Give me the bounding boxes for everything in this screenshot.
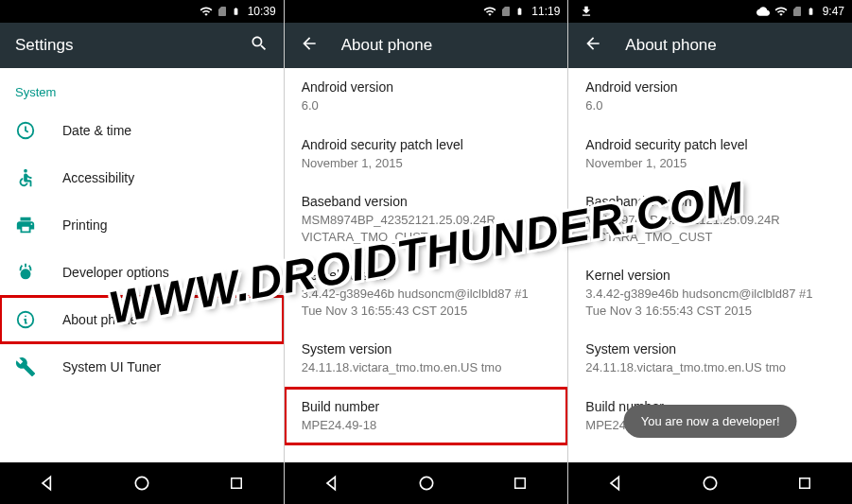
developer-icon bbox=[15, 262, 36, 283]
menuitem-printing[interactable]: Printing bbox=[0, 201, 284, 249]
info-system-version[interactable]: System version 24.11.18.victara_tmo.tmo.… bbox=[285, 330, 568, 388]
about-list[interactable]: Android version 6.0 Android security pat… bbox=[568, 68, 852, 462]
info-label: Android version bbox=[302, 79, 551, 95]
info-value: November 1, 2015 bbox=[585, 155, 835, 172]
info-label: Android version bbox=[585, 79, 835, 95]
appbar: Settings bbox=[0, 23, 284, 68]
clock-icon bbox=[15, 120, 36, 141]
wifi-icon bbox=[200, 5, 213, 18]
menuitem-accessibility[interactable]: Accessibility bbox=[0, 154, 284, 201]
svg-point-2 bbox=[21, 269, 31, 279]
about-list[interactable]: Android version 6.0 Android security pat… bbox=[285, 68, 568, 462]
back-arrow-icon[interactable] bbox=[583, 34, 602, 58]
nav-recent-button[interactable] bbox=[510, 473, 530, 494]
info-label: Android security patch level bbox=[585, 137, 835, 152]
panel-settings: 10:39 Settings System Date & time Access… bbox=[0, 0, 285, 504]
settings-list[interactable]: System Date & time Accessibility Printin… bbox=[0, 68, 284, 462]
info-icon bbox=[15, 309, 36, 330]
nav-home-button[interactable] bbox=[416, 473, 437, 494]
search-icon[interactable] bbox=[250, 34, 269, 57]
battery-icon bbox=[515, 5, 524, 18]
menuitem-label: Developer options bbox=[62, 265, 169, 280]
sim-icon bbox=[217, 5, 228, 18]
info-android-version[interactable]: Android version 6.0 bbox=[568, 68, 852, 126]
wifi-icon bbox=[483, 5, 496, 18]
statusbar: 10:39 bbox=[0, 0, 284, 23]
back-arrow-icon[interactable] bbox=[300, 34, 319, 58]
nav-back-button[interactable] bbox=[37, 473, 58, 494]
wrench-icon bbox=[15, 356, 36, 377]
navbar bbox=[568, 462, 852, 504]
info-value: 24.11.18.victara_tmo.tmo.en.US tmo bbox=[585, 359, 835, 376]
navbar bbox=[0, 462, 284, 504]
info-system-version[interactable]: System version 24.11.18.victara_tmo.tmo.… bbox=[568, 330, 852, 388]
sim-icon bbox=[791, 5, 803, 18]
svg-point-4 bbox=[135, 477, 148, 489]
menuitem-about-phone[interactable]: About phone bbox=[0, 296, 284, 343]
battery-icon bbox=[232, 5, 240, 18]
info-label: Android security patch level bbox=[302, 137, 551, 152]
panel-about-1: 11:19 About phone Android version 6.0 An… bbox=[285, 0, 569, 504]
menuitem-date-time[interactable]: Date & time bbox=[0, 107, 284, 154]
battery-icon bbox=[807, 5, 815, 18]
info-value: 6.0 bbox=[585, 97, 835, 114]
info-label: Baseband version bbox=[302, 194, 551, 209]
toast-developer: You are now a developer! bbox=[624, 405, 797, 438]
info-value: 6.0 bbox=[302, 97, 551, 114]
appbar: About phone bbox=[568, 23, 852, 68]
navbar bbox=[285, 462, 568, 504]
nav-home-button[interactable] bbox=[131, 473, 152, 494]
sim-icon bbox=[500, 5, 512, 18]
menuitem-label: Printing bbox=[62, 217, 107, 233]
info-value: MSM8974BP_42352121.25.09.24R VICTARA_TMO… bbox=[585, 212, 835, 245]
info-baseband[interactable]: Baseband version MSM8974BP_42352121.25.0… bbox=[285, 182, 568, 256]
wifi-icon bbox=[774, 5, 788, 18]
nav-back-button[interactable] bbox=[605, 473, 626, 494]
info-label: Kernel version bbox=[585, 268, 835, 283]
info-value: MPE24.49-18 bbox=[302, 417, 551, 434]
info-label: Baseband version bbox=[585, 194, 835, 209]
info-security-patch[interactable]: Android security patch level November 1,… bbox=[285, 126, 568, 183]
info-label: System version bbox=[302, 341, 551, 356]
info-label: Kernel version bbox=[302, 268, 551, 283]
info-build-number[interactable]: Build number MPE24.49-18 bbox=[285, 388, 568, 445]
printer-icon bbox=[15, 215, 36, 235]
info-value: 24.11.18.victara_tmo.tmo.en.US tmo bbox=[302, 359, 551, 376]
page-title: Settings bbox=[15, 36, 227, 55]
panel-about-2: 9:47 About phone Android version 6.0 And… bbox=[568, 0, 852, 504]
nav-recent-button[interactable] bbox=[794, 473, 815, 494]
info-baseband[interactable]: Baseband version MSM8974BP_42352121.25.0… bbox=[568, 182, 852, 256]
info-kernel[interactable]: Kernel version 3.4.42-g389e46b hudsoncm@… bbox=[285, 256, 568, 330]
nav-recent-button[interactable] bbox=[226, 473, 247, 494]
menuitem-developer-options[interactable]: Developer options bbox=[0, 249, 284, 296]
page-title: About phone bbox=[625, 36, 837, 55]
info-security-patch[interactable]: Android security patch level November 1,… bbox=[568, 126, 852, 183]
info-android-version[interactable]: Android version 6.0 bbox=[285, 68, 568, 126]
menuitem-label: Accessibility bbox=[62, 170, 134, 185]
info-kernel[interactable]: Kernel version 3.4.42-g389e46b hudsoncm@… bbox=[568, 256, 852, 330]
statusbar-time: 9:47 bbox=[823, 5, 844, 18]
info-value: 3.4.42-g389e46b hudsoncm@ilclbld87 #1 Tu… bbox=[302, 286, 551, 319]
accessibility-icon bbox=[15, 167, 36, 188]
statusbar: 9:47 bbox=[568, 0, 852, 23]
download-icon bbox=[580, 5, 593, 18]
info-label: System version bbox=[585, 341, 835, 356]
menuitem-label: System UI Tuner bbox=[62, 359, 161, 374]
info-value: MSM8974BP_42352121.25.09.24R VICTARA_TMO… bbox=[302, 212, 551, 245]
statusbar: 11:19 bbox=[285, 0, 568, 23]
cloud-icon bbox=[756, 5, 771, 18]
svg-rect-7 bbox=[515, 478, 526, 489]
section-header-system: System bbox=[0, 68, 284, 107]
svg-rect-9 bbox=[800, 478, 810, 489]
info-value: November 1, 2015 bbox=[302, 155, 551, 172]
nav-home-button[interactable] bbox=[700, 473, 721, 494]
statusbar-time: 10:39 bbox=[248, 5, 276, 18]
svg-point-8 bbox=[704, 477, 717, 489]
appbar: About phone bbox=[285, 23, 568, 68]
page-title: About phone bbox=[341, 36, 553, 55]
menuitem-system-ui-tuner[interactable]: System UI Tuner bbox=[0, 343, 284, 391]
nav-back-button[interactable] bbox=[322, 473, 342, 494]
svg-point-1 bbox=[24, 169, 27, 173]
info-value: 3.4.42-g389e46b hudsoncm@ilclbld87 #1 Tu… bbox=[585, 286, 835, 319]
info-label: Build number bbox=[302, 399, 551, 414]
